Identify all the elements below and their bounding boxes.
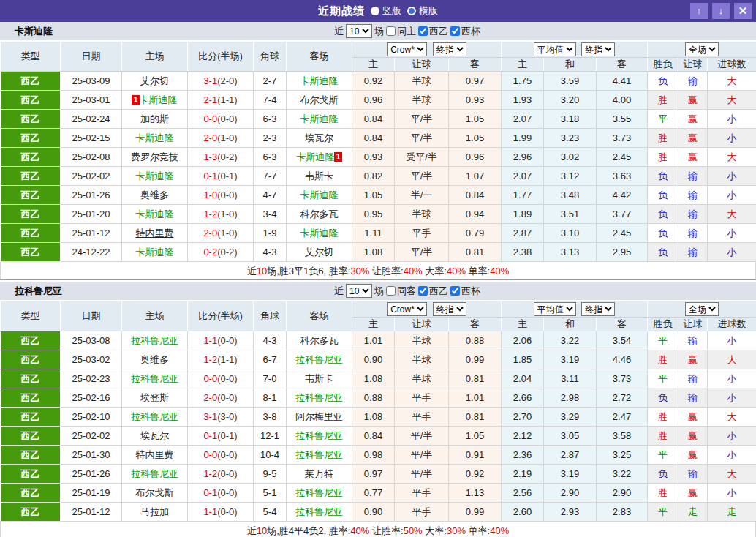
- move-up-button[interactable]: ↑: [690, 3, 708, 19]
- handicap-cell: 平手: [395, 503, 449, 522]
- avg-draw-cell: 3.18: [544, 110, 597, 129]
- home-team-name[interactable]: 拉科鲁尼亚: [131, 411, 178, 422]
- avg-home-cell: 2.07: [502, 110, 544, 129]
- result-outcome-cell: 平: [648, 110, 678, 129]
- away-team-name[interactable]: 拉科鲁尼亚: [295, 430, 343, 441]
- scope-select[interactable]: 全场: [685, 42, 719, 56]
- same-side-checkbox[interactable]: 同主: [386, 25, 416, 38]
- away-team-name[interactable]: 卡斯迪隆: [300, 189, 339, 200]
- away-team-name[interactable]: 韦斯卡: [305, 170, 333, 181]
- cup-checkbox-input[interactable]: [450, 286, 460, 296]
- home-team-name[interactable]: 卡斯迪隆: [140, 94, 178, 105]
- away-team-name[interactable]: 布尔戈斯: [300, 94, 339, 105]
- away-team-cell: 卡斯迪隆: [287, 110, 352, 129]
- move-down-button[interactable]: ↓: [712, 3, 730, 19]
- away-team-name[interactable]: 韦斯卡: [305, 373, 333, 384]
- home-team-name[interactable]: 奥维多: [140, 189, 169, 200]
- away-team-name[interactable]: 卡斯迪隆: [300, 113, 339, 124]
- league-checkbox[interactable]: 西乙: [418, 285, 448, 298]
- league-checkbox[interactable]: 西乙: [418, 25, 448, 38]
- league-checkbox-input[interactable]: [418, 286, 428, 296]
- cup-checkbox[interactable]: 西杯: [450, 285, 480, 298]
- home-team-name[interactable]: 埃登斯: [140, 392, 169, 403]
- home-team-name[interactable]: 埃瓦尔: [140, 430, 169, 441]
- odds-stage-select[interactable]: 终指: [433, 42, 466, 56]
- score-cell: 1-0(0-0): [188, 186, 254, 205]
- summary-text: 大率:: [423, 266, 447, 277]
- result-handicap-cell: 输: [678, 205, 708, 224]
- avg-home-cell: 2.07: [502, 167, 544, 186]
- close-button[interactable]: ✕: [734, 3, 752, 19]
- avg-draw-cell: 3.10: [544, 224, 597, 243]
- odds-stage-select[interactable]: 终指: [433, 302, 466, 316]
- cup-checkbox-input[interactable]: [450, 26, 460, 36]
- match-type-cell: 西乙: [1, 205, 61, 224]
- home-team-name[interactable]: 奥维多: [140, 354, 169, 365]
- avg-home-cell: 2.87: [502, 224, 544, 243]
- avg-home-cell: 2.56: [502, 484, 544, 503]
- home-team-name[interactable]: 布尔戈斯: [136, 487, 174, 498]
- avg-company-select[interactable]: 平均值: [534, 42, 576, 56]
- home-team-name[interactable]: 拉科鲁尼亚: [131, 373, 178, 384]
- radio-vertical-label: 竖版: [382, 4, 401, 18]
- cup-checkbox[interactable]: 西杯: [450, 25, 480, 38]
- result-group-header: 全场: [648, 301, 756, 318]
- away-team-name[interactable]: 阿尔梅里亚: [295, 411, 343, 422]
- home-team-name[interactable]: 马拉加: [140, 506, 169, 517]
- away-team-name[interactable]: 拉科鲁尼亚: [295, 506, 343, 517]
- home-team-name[interactable]: 卡斯迪隆: [136, 132, 174, 143]
- away-team-name[interactable]: 拉科鲁尼亚: [295, 354, 343, 365]
- avg-draw-cell: 3.29: [544, 408, 597, 427]
- away-team-name[interactable]: 卡斯迪隆: [296, 151, 334, 162]
- home-team-name[interactable]: 加的斯: [140, 113, 169, 124]
- away-team-name[interactable]: 卡斯迪隆: [300, 75, 339, 86]
- match-date-cell: 25-02-16: [61, 388, 122, 408]
- away-team-name[interactable]: 莱万特: [305, 468, 333, 479]
- same-side-checkbox-input[interactable]: [386, 26, 396, 36]
- col-corner: 角球: [254, 301, 287, 331]
- home-team-name[interactable]: 拉科鲁尼亚: [131, 468, 178, 479]
- result-goals-cell: 大: [708, 91, 756, 110]
- home-team-name[interactable]: 费罗尔竞技: [131, 151, 178, 162]
- odds-company-select[interactable]: Crow*: [387, 42, 427, 56]
- same-side-checkbox[interactable]: 同客: [386, 285, 416, 298]
- layout-radio-vertical[interactable]: 竖版: [371, 4, 401, 18]
- avg-stage-select[interactable]: 终指: [581, 302, 615, 316]
- avg-company-select[interactable]: 平均值: [534, 302, 576, 316]
- odds-away-cell: 0.84: [449, 186, 502, 205]
- home-team-name[interactable]: 特内里费: [136, 449, 174, 460]
- away-team-name[interactable]: 埃瓦尔: [305, 132, 333, 143]
- home-team-name[interactable]: 卡斯迪隆: [136, 247, 174, 258]
- away-team-name[interactable]: 科尔多瓦: [300, 209, 339, 219]
- league-checkbox-input[interactable]: [418, 26, 428, 36]
- result-outcome-cell: 负: [648, 167, 678, 186]
- avg-away-cell: 4.42: [597, 186, 648, 205]
- layout-radio-horizontal[interactable]: 横版: [407, 4, 438, 18]
- home-team-name[interactable]: 拉科鲁尼亚: [131, 335, 178, 346]
- odds-company-select[interactable]: Crow*: [387, 302, 427, 316]
- corner-cell: 6-3: [254, 110, 287, 129]
- home-team-name[interactable]: 卡斯迪隆: [136, 170, 174, 181]
- away-team-name[interactable]: 艾尔切: [305, 247, 333, 258]
- scope-select[interactable]: 全场: [685, 302, 719, 316]
- home-team-name[interactable]: 卡斯迪隆: [136, 209, 174, 219]
- avg-away-cell: 3.55: [597, 110, 648, 129]
- match-count-select[interactable]: 10: [346, 284, 372, 298]
- away-team-name[interactable]: 科尔多瓦: [300, 335, 339, 346]
- result-handicap-cell: 赢: [678, 427, 708, 446]
- away-team-name[interactable]: 拉科鲁尼亚: [295, 392, 343, 403]
- avg-stage-select[interactable]: 终指: [581, 42, 615, 56]
- home-team-name[interactable]: 艾尔切: [140, 75, 169, 86]
- result-goals-cell: 走: [708, 503, 756, 522]
- away-team-name[interactable]: 拉科鲁尼亚: [295, 487, 343, 498]
- close-icon: ✕: [738, 4, 748, 17]
- away-team-name[interactable]: 拉科鲁尼亚: [295, 449, 343, 460]
- home-team-name[interactable]: 特内里费: [136, 228, 174, 239]
- recent-results-panel: 近期战绩 竖版 横版 ↑ ↓ ✕ 卡斯迪隆 近 10 场: [0, 0, 756, 537]
- match-count-select[interactable]: 10: [346, 24, 372, 38]
- away-team-name[interactable]: 卡斯迪隆: [300, 228, 339, 239]
- corner-cell: 2-7: [254, 72, 287, 91]
- corner-cell: 8-1: [254, 388, 287, 408]
- fulltime-score: 2-0: [203, 392, 217, 403]
- same-side-checkbox-input[interactable]: [386, 286, 396, 296]
